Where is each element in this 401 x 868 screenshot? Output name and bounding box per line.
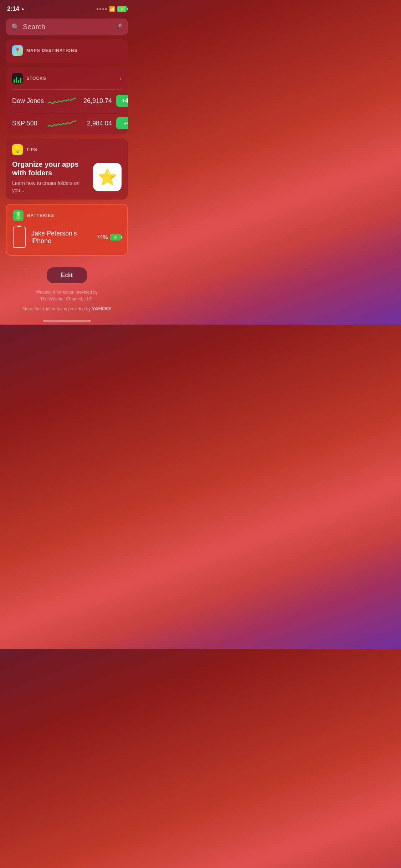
stocks-bar-4 <box>20 78 21 83</box>
stocks-chevron-icon: › <box>120 75 122 82</box>
tips-headline: Organize your apps with folders <box>12 160 87 177</box>
batteries-app-icon: 🔋 <box>13 210 24 221</box>
sp500-name: S&P 500 <box>12 120 44 127</box>
stocks-widget-title: STOCKS <box>26 76 46 81</box>
sp500-price: 2,984.04 <box>80 120 112 127</box>
signal-icon <box>97 8 107 10</box>
device-name: Jake Peterson's iPhone <box>31 230 91 245</box>
iphone-device-icon <box>13 227 26 248</box>
tips-widget-title: TIPS <box>26 147 37 152</box>
battery-bolt: ⚡ <box>120 7 124 11</box>
tips-thumbnail: ⭐ <box>93 163 122 191</box>
tips-content: Organize your apps with folders Learn ho… <box>12 160 122 194</box>
device-battery-bolt: ⚡ <box>113 235 118 240</box>
maps-widget-header: MAPS DESTINATIONS <box>12 45 122 56</box>
device-battery-status: 74% ⚡ <box>97 234 121 241</box>
tips-star-icon: ⭐ <box>98 168 117 186</box>
stocks-bar-1 <box>14 79 15 83</box>
dow-jones-price: 26,910.74 <box>80 97 112 105</box>
sp500-change: +45.91 <box>116 117 128 129</box>
maps-widget-title: MAPS DESTINATIONS <box>26 48 77 53</box>
search-container: 🔍 Search 🎤 <box>0 16 134 40</box>
stock-row-sp500[interactable]: S&P 500 2,984.04 +45.91 <box>12 112 122 134</box>
status-bar: 2:14 ▲ 📶 ⚡ <box>0 0 134 16</box>
search-bar[interactable]: 🔍 Search 🎤 <box>6 19 128 35</box>
time-label: 2:14 <box>7 5 19 12</box>
stock-link[interactable]: Stock <box>22 306 33 311</box>
weather-link[interactable]: Weather <box>36 290 52 295</box>
tips-description: Learn how to create folders on you... <box>12 180 87 194</box>
weather-attribution: Weather information provided by The Weat… <box>22 289 111 303</box>
stock-attribution: Stock Stock information provided by YAHO… <box>22 304 111 313</box>
stock-text: Stock information provided by <box>34 306 91 311</box>
tips-app-icon: 💡 <box>12 144 23 155</box>
stock-row-dow[interactable]: Dow Jones 26,910.74 +414.07 <box>12 89 122 112</box>
dow-jones-chart <box>44 95 80 106</box>
dow-jones-name: Dow Jones <box>12 97 44 105</box>
stocks-bar-2 <box>16 77 17 83</box>
dow-chart-svg <box>48 96 76 106</box>
status-time: 2:14 ▲ <box>7 5 25 12</box>
location-icon: ▲ <box>21 6 25 11</box>
tips-widget-header: 💡 TIPS <box>12 144 122 155</box>
weather-text-2: The Weather Channel, LLC. <box>40 296 93 301</box>
sp500-chart-svg <box>48 118 76 128</box>
bottom-area: Edit Weather information provided by The… <box>0 260 134 316</box>
home-indicator <box>43 320 91 322</box>
batteries-widget[interactable]: 🔋 BATTERIES Jake Peterson's iPhone 74% ⚡ <box>6 204 128 256</box>
batteries-widget-inner: 🔋 BATTERIES Jake Peterson's iPhone 74% ⚡ <box>6 205 127 255</box>
device-battery-icon: ⚡ <box>110 234 121 241</box>
tips-widget[interactable]: 💡 TIPS Organize your apps with folders L… <box>6 139 128 200</box>
maps-destinations-widget[interactable]: MAPS DESTINATIONS <box>6 40 128 63</box>
search-input[interactable]: Search <box>23 23 111 31</box>
search-icon: 🔍 <box>11 23 19 31</box>
edit-button[interactable]: Edit <box>47 267 87 283</box>
sp500-chart <box>44 118 80 129</box>
status-right-icons: 📶 ⚡ <box>97 6 127 12</box>
weather-text-1: information provided by <box>53 290 98 295</box>
stocks-widget[interactable]: STOCKS › Dow Jones 26,910.74 +414.07 S&P… <box>6 67 128 134</box>
stocks-widget-header: STOCKS › <box>12 73 122 84</box>
batteries-widget-header: 🔋 BATTERIES <box>13 210 121 221</box>
maps-app-icon <box>12 45 23 56</box>
stocks-app-icon <box>12 73 23 84</box>
wifi-icon: 📶 <box>109 6 115 12</box>
device-battery-percent: 74% <box>97 234 108 241</box>
dow-jones-change: +414.07 <box>116 95 128 107</box>
footer-text: Weather information provided by The Weat… <box>22 289 111 312</box>
stocks-bar-3 <box>18 80 19 83</box>
tips-text-area: Organize your apps with folders Learn ho… <box>12 160 87 194</box>
yahoo-brand: YAHOO! <box>92 305 112 311</box>
microphone-icon[interactable]: 🎤 <box>114 23 122 31</box>
battery-status-icon: ⚡ <box>117 6 127 12</box>
batteries-widget-title: BATTERIES <box>27 213 54 218</box>
device-row: Jake Peterson's iPhone 74% ⚡ <box>13 227 121 248</box>
